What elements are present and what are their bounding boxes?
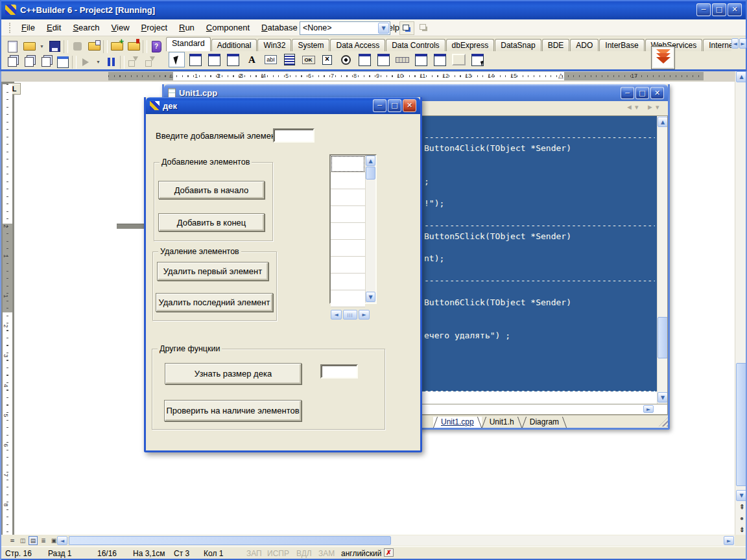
scroll-bar-icon[interactable] [394,52,410,67]
scroll-left-button[interactable]: ◄ [331,310,342,320]
check-elements-button[interactable]: Проверить на наличие элементов [164,400,302,421]
scroll-up-button[interactable]: ▲ [658,117,668,127]
editor-vertical-scrollbar[interactable]: ▲ ▼ [657,116,668,404]
open-dropdown-icon[interactable] [38,39,45,54]
palette-tab[interactable]: InterBase [599,39,644,51]
panel-icon[interactable] [451,52,467,67]
toolbar-grip[interactable] [9,23,12,33]
none-combobox[interactable]: <None> ▼ [300,21,390,35]
run-disabled-icon[interactable] [78,54,93,69]
grid-cell[interactable] [331,206,365,223]
grid-cell[interactable] [331,189,365,206]
get-size-button[interactable]: Узнать размер дека [165,363,302,384]
palette-tab[interactable]: Data Controls [386,39,445,51]
minimize-button[interactable]: ─ [373,99,386,112]
scroll-down-button[interactable]: ▼ [366,292,375,302]
sep-icon[interactable] [143,40,147,53]
sep-icon[interactable] [72,56,77,69]
memo-icon[interactable] [281,52,298,67]
pause-icon[interactable] [103,54,119,69]
label-icon[interactable] [244,52,260,67]
outline-view-icon[interactable] [39,536,48,545]
new-form-icon[interactable] [55,54,71,69]
minimize-button[interactable]: ─ [696,3,711,16]
menu-item[interactable]: Search [67,20,105,35]
palette-tab[interactable]: System [292,39,329,51]
main-menu-icon[interactable] [206,52,222,67]
menu-item[interactable]: Database [255,20,303,35]
form-title-bar[interactable]: дек ─ □ ✕ [146,97,420,114]
add-file-to-project-icon[interactable] [109,39,124,54]
close-button[interactable]: ✕ [403,99,416,112]
group-box-icon[interactable] [413,52,429,67]
palette-tab[interactable]: dbExpress [446,39,495,51]
size-output-field[interactable] [320,364,358,379]
remove-file-from-project-icon[interactable] [126,39,141,54]
editor-tab[interactable]: Unit1.cpp [433,417,482,428]
view-form-icon[interactable] [21,54,37,69]
grid-cell[interactable] [331,156,365,172]
frames-icon[interactable] [187,52,204,67]
element-input-field[interactable] [273,128,314,143]
maximize-button[interactable]: □ [712,3,726,16]
grid-cell[interactable] [331,257,365,274]
toggle-form-unit-icon[interactable] [38,54,54,69]
sep-icon[interactable] [64,40,68,53]
ide-title-bar[interactable]: C++Builder 6 - Project2 [Running] ─ □ ✕ [1,0,746,19]
close-button[interactable]: ✕ [728,3,742,16]
sep-icon[interactable] [120,56,124,69]
grid-cell[interactable] [331,223,365,240]
web-layout-icon[interactable] [18,536,27,545]
menu-item[interactable]: File [16,20,41,35]
grid-cell[interactable] [331,290,365,307]
save-all-disabled-icon[interactable] [69,39,85,54]
left-indent-marker[interactable]: ⌂ [169,72,173,79]
editor-tab[interactable]: Unit1.h [482,417,522,428]
popup-menu-icon[interactable] [225,52,241,67]
radio-group-icon[interactable] [432,52,448,67]
menu-item[interactable]: Component [200,20,255,35]
combo-dropdown-button[interactable]: ▼ [378,23,389,34]
palette-tab[interactable]: Additional [211,39,257,51]
h-scroll-thumb[interactable] [69,536,391,545]
step-over-disabled-icon[interactable] [143,54,158,69]
save-icon[interactable] [47,39,62,54]
grid-horizontal-scrollbar[interactable]: ◄ ||| ► [331,310,371,320]
help-book-icon[interactable] [148,39,164,54]
editor-tab[interactable]: Diagram [522,417,567,428]
scroll-thumb[interactable] [366,167,375,180]
download-overlay-icon[interactable] [651,46,675,69]
palette-tab[interactable]: BDE [542,39,570,51]
normal-view-icon[interactable] [8,536,17,545]
minimize-button[interactable]: ─ [621,87,634,99]
palette-scroll-left[interactable]: ◄ [731,38,739,49]
open-project-icon[interactable] [86,39,102,54]
delete-last-button[interactable]: Удалить последний элемент [156,293,273,312]
grid-cell[interactable] [331,172,365,189]
new-file-icon[interactable] [5,39,20,54]
menu-item[interactable]: View [106,20,136,35]
sep-icon[interactable] [103,40,108,53]
menu-item[interactable]: Edit [41,20,67,35]
menu-item[interactable]: Run [173,20,200,35]
scroll-thumb[interactable] [658,317,668,358]
menu-item[interactable]: Project [136,20,173,35]
palette-tab[interactable]: ADO [570,39,599,51]
cursor-icon[interactable] [169,52,185,67]
combo-box-icon[interactable] [375,52,392,67]
scroll-thumb[interactable]: ||| [343,310,357,320]
palette-scroll-right[interactable]: ► [739,38,746,49]
run-dropdown-icon[interactable] [95,54,102,69]
scroll-down-button[interactable]: ▼ [658,392,668,402]
palette-tab[interactable]: InternetExpress [703,39,731,51]
scroll-left-button[interactable]: ◄ [57,536,67,545]
h-scroll-right-button[interactable]: ► [643,405,654,413]
cascade-windows-button[interactable] [399,21,414,35]
add-to-front-button[interactable]: Добавить в начало [158,181,265,199]
scroll-up-button[interactable]: ▲ [366,156,375,166]
palette-tab[interactable]: Win32 [257,39,291,51]
button-icon[interactable] [300,52,316,67]
open-file-icon[interactable] [21,39,37,54]
palette-tab[interactable]: Standard [166,37,211,51]
trace-into-disabled-icon[interactable] [126,54,141,69]
